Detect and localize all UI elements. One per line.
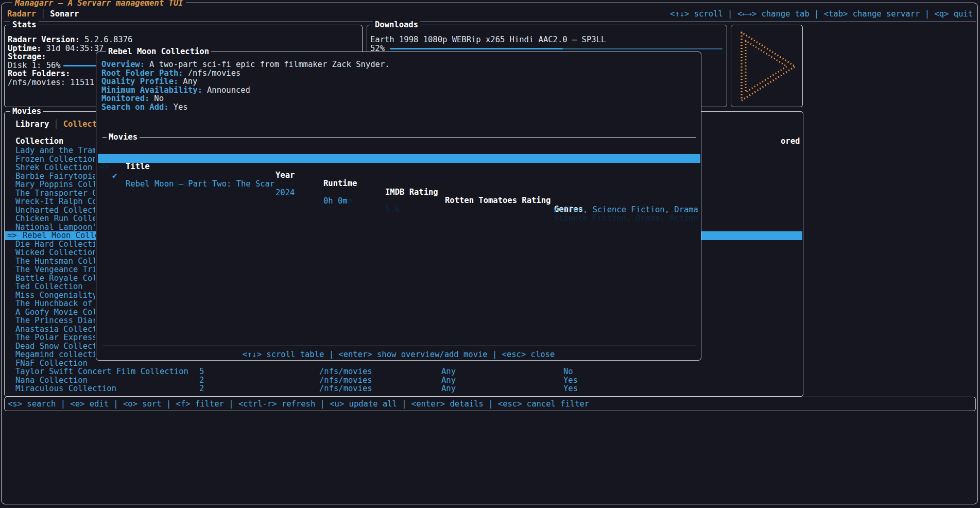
collection-list-item[interactable]: Lady and the Tramp Co bbox=[15, 146, 95, 155]
version-value: 5.2.6.8376 bbox=[84, 35, 132, 44]
downloads-panel-title: Downloads bbox=[373, 21, 420, 29]
movie-title: Rebel Moon – Part Two: The Scar bbox=[126, 180, 274, 189]
collection-table-row[interactable]: Miraculous Collection2/nfs/moviesAnyYes bbox=[5, 384, 802, 393]
movies-section-top-border bbox=[102, 137, 696, 138]
collection-list-item[interactable]: Wicked Collection bbox=[15, 248, 95, 257]
footer-help-bar: <s> search | <e> edit | <o> sort | <f> f… bbox=[4, 397, 976, 411]
collection-list-item[interactable]: Die Hard Collection bbox=[15, 240, 95, 249]
min-availability-field: Minimum Availability:Announced bbox=[101, 86, 250, 95]
collection-list-item[interactable]: Wreck-It Ralph Collec bbox=[15, 197, 95, 206]
search-on-add-label: Search on Add: bbox=[101, 103, 169, 112]
movies-section-title: Movies bbox=[107, 133, 140, 142]
movie-row[interactable]: ✔ Rebel Moon – Part Two: The Scar 2024 0… bbox=[96, 163, 702, 172]
header-rotten-tomatoes: Rotten Tomatoes Rating bbox=[445, 196, 551, 205]
collection-list-item[interactable]: The Transporter Colle bbox=[15, 189, 95, 198]
cell-monitored: Yes bbox=[563, 376, 578, 385]
movies-section-bottom-border bbox=[102, 346, 696, 346]
uptime-label: Uptime: bbox=[8, 44, 41, 53]
disk-usage-label: Disk 1: 56% bbox=[8, 61, 61, 70]
collection-list-item[interactable]: Chicken Run Collectio bbox=[15, 214, 95, 223]
header-imdb-rating: IMDB Rating bbox=[385, 188, 438, 197]
download-progress-gauge bbox=[390, 48, 723, 49]
monitored-column-header-fragment: ored bbox=[781, 137, 800, 146]
overview-value: A two-part sci-fi epic from filmmaker Za… bbox=[149, 60, 390, 69]
overview-label: Overview: bbox=[101, 60, 145, 69]
movie-imdb-rating: 5.6 bbox=[385, 205, 400, 214]
collection-list-item[interactable]: FNaF Collection bbox=[15, 359, 88, 368]
collection-list-item[interactable]: Shrek Collection bbox=[15, 163, 92, 172]
app-title: Managarr – A Servarr management TUI bbox=[12, 0, 186, 8]
download-item: Earth 1998 1080p WEBRip x265 Hindi AAC2.… bbox=[370, 36, 606, 44]
monitored-value: No bbox=[154, 94, 164, 103]
min-availability-label: Minimum Availability: bbox=[101, 86, 202, 95]
quality-profile-label: Quality Profile: bbox=[101, 77, 178, 86]
header-runtime: Runtime bbox=[323, 179, 357, 188]
monitored-field: Monitored:No bbox=[101, 94, 164, 103]
cell-monitored: No bbox=[563, 367, 573, 376]
collection-list-item[interactable]: Frozen Collection bbox=[15, 155, 95, 164]
cell-movies: 2 bbox=[199, 376, 204, 385]
stats-panel-title: Stats bbox=[10, 21, 39, 29]
collection-details-popup: Overview:A two-part sci-fi epic from fil… bbox=[96, 52, 701, 361]
radarr-version-row: Radarr Version:5.2.6.8376 bbox=[8, 36, 132, 44]
collection-list-item[interactable]: Barbie Fairytopia Col bbox=[15, 172, 95, 181]
cell-collection: Taylor Swift Concert Film Collection bbox=[15, 367, 188, 376]
collection-list-item[interactable]: Mary Poppins Collecti bbox=[15, 180, 95, 189]
tab-radarr[interactable]: Radarr bbox=[7, 9, 36, 19]
header-year: Year bbox=[276, 171, 295, 180]
collection-list: Lady and the Tramp CoFrozen CollectionSh… bbox=[5, 146, 95, 368]
collection-list-item[interactable]: A Goofy Movie Collect bbox=[15, 308, 95, 317]
search-on-add-field: Search on Add:Yes bbox=[101, 103, 188, 112]
collection-table-row[interactable]: Taylor Swift Concert Film Collection5/nf… bbox=[5, 367, 802, 376]
popup-keybind-help: <↑↓> scroll table | <enter> show overvie… bbox=[96, 350, 701, 359]
monitored-label: Monitored: bbox=[101, 94, 149, 103]
movie-row-selected[interactable]: => ✔ ne: A Child of Fire 2023 2h 14m 5.6… bbox=[98, 154, 700, 163]
collection-list-item[interactable]: National Lampoon's Va bbox=[15, 223, 95, 232]
uptime-value: 31d 04:35:37 bbox=[46, 44, 104, 53]
cell-quality-profile: Any bbox=[441, 384, 456, 393]
collection-list-item[interactable]: Ted Collection bbox=[15, 282, 83, 291]
movie-genres: Action, Science Fiction, Drama bbox=[554, 206, 698, 214]
root-folder-label: Root Folder Path: bbox=[101, 69, 183, 78]
root-folders-label: Root Folders: bbox=[8, 70, 70, 78]
collection-list-item[interactable]: Miss Congeniality Col bbox=[15, 291, 95, 300]
min-availability-value: Announced bbox=[207, 86, 250, 95]
version-label: Radarr Version: bbox=[8, 35, 80, 44]
cell-root-folder-path: /nfs/movies bbox=[319, 384, 372, 393]
quality-profile-value: Any bbox=[183, 77, 197, 86]
collection-table-rows: Taylor Swift Concert Film Collection5/nf… bbox=[5, 367, 802, 393]
collection-list-item[interactable]: Battle Royale Collect bbox=[15, 274, 95, 283]
header-divider bbox=[4, 21, 976, 22]
cell-root-folder-path: /nfs/movies bbox=[319, 367, 372, 376]
cell-root-folder-path: /nfs/movies bbox=[319, 376, 372, 385]
collection-list-item[interactable]: Megamind collection bbox=[15, 350, 95, 359]
cell-collection: Nana Collection bbox=[15, 376, 88, 385]
storage-label: Storage: bbox=[8, 53, 46, 61]
keybind-help-bottom: <s> search | <e> edit | <o> sort | <f> f… bbox=[8, 400, 589, 409]
collection-list-item[interactable]: The Princess Diaries bbox=[15, 316, 95, 325]
search-on-add-value: Yes bbox=[174, 103, 188, 112]
collection-list-item[interactable]: The Huntsman Collecti bbox=[15, 257, 95, 266]
collection-list-item[interactable]: Uncharted Collection bbox=[15, 206, 95, 215]
collection-list-item[interactable]: The Vengeance Trilogy bbox=[15, 265, 95, 274]
tab-sonarr[interactable]: Sonarr bbox=[50, 9, 79, 19]
tab-library[interactable]: Library bbox=[15, 120, 49, 129]
collection-list-item[interactable]: Dead Snow Collection bbox=[15, 342, 95, 351]
movie-check-icon: ✔ bbox=[112, 172, 117, 180]
movies-tab-separator: │ bbox=[49, 120, 63, 129]
tab-separator: │ bbox=[36, 9, 50, 19]
uptime-row: Uptime:31d 04:35:37 bbox=[8, 44, 104, 53]
root-folder-field: Root Folder Path:/nfs/movies bbox=[101, 69, 240, 78]
collection-list-item[interactable]: Anastasia Collection bbox=[15, 325, 95, 334]
logo-panel bbox=[731, 25, 803, 107]
quality-profile-field: Quality Profile:Any bbox=[101, 77, 197, 86]
movies-table-header: ✔ Title Year Runtime IMDB Rating Rotten … bbox=[96, 145, 702, 154]
collection-table-row[interactable]: Nana Collection2/nfs/moviesAnyYes bbox=[5, 376, 802, 385]
collection-list-item[interactable]: The Hunchback of Notr bbox=[15, 299, 95, 308]
cell-collection: Miraculous Collection bbox=[15, 384, 116, 393]
collection-list-item[interactable]: The Polar Express – C bbox=[15, 333, 95, 342]
movie-runtime: 0h 0m bbox=[323, 197, 348, 206]
cell-monitored: Yes bbox=[563, 384, 578, 393]
cell-quality-profile: Any bbox=[441, 376, 456, 385]
movie-year: 2024 bbox=[276, 189, 295, 197]
